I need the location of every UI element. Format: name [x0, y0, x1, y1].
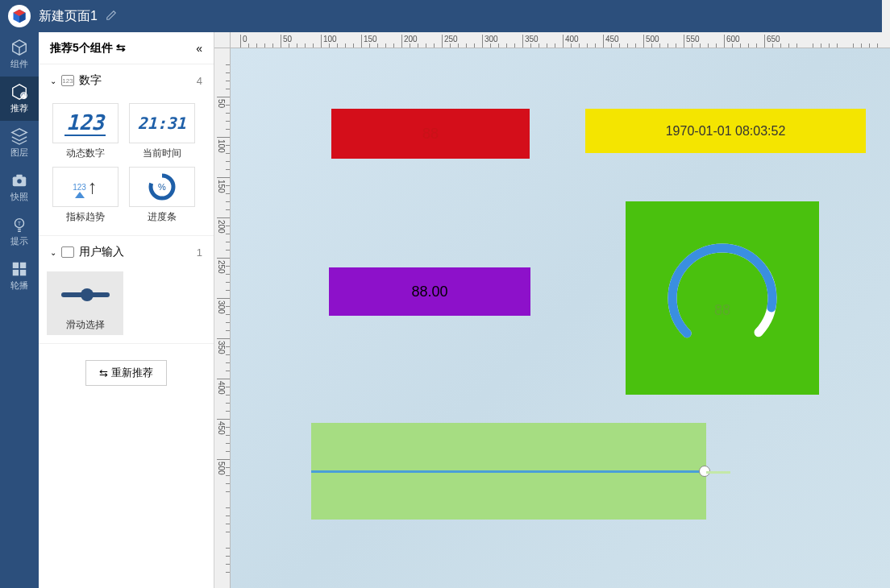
group-count: 4: [197, 75, 202, 87]
svg-text:AI: AI: [22, 94, 25, 98]
canvas-area: 050100150200250300350400450500550600650 …: [214, 32, 890, 588]
nav-label: 轮播: [10, 280, 28, 292]
comp-thumb: %: [129, 167, 195, 207]
svg-rect-9: [13, 270, 19, 275]
bulb-icon: T: [10, 216, 28, 234]
comp-label: 当前时间: [143, 147, 181, 160]
cube-logo-icon: [11, 8, 27, 24]
cube-icon: [10, 39, 28, 56]
group-user-input: ⌄ 用户输入 1 滑动选择: [39, 236, 214, 344]
app-logo: [8, 5, 31, 27]
comp-label: 指标趋势: [66, 210, 105, 224]
nav-layers[interactable]: 图层: [0, 121, 39, 165]
page-title: 新建页面1: [39, 8, 98, 25]
group-header[interactable]: ⌄ 用户输入 1: [39, 236, 214, 268]
nav-components[interactable]: 组件: [0, 32, 39, 77]
ruler-corner: [214, 32, 231, 48]
nav-carousel[interactable]: 轮播: [0, 254, 39, 298]
widget-slider[interactable]: [311, 423, 706, 520]
group-header[interactable]: ⌄ 123 数字 4: [39, 64, 214, 97]
comp-progress-bar[interactable]: % 进度条: [123, 164, 200, 227]
comp-thumb: [52, 275, 119, 315]
input-group-icon: [61, 246, 74, 258]
nav-label: 快照: [10, 191, 28, 203]
widget-value: 88.00: [411, 284, 447, 300]
digital-number-preview: 123: [64, 110, 106, 136]
widget-red-number[interactable]: 88: [331, 109, 530, 159]
comp-thumb: 21:31: [129, 103, 195, 143]
rerun-recommend-button[interactable]: ⇆ 重新推荐: [85, 360, 167, 386]
component-grid: 123 动态数字 21:31 当前时间 123 ↑ 指标趋势: [39, 97, 214, 235]
digital-time-preview: 21:31: [137, 114, 185, 133]
nav-label: 图层: [10, 147, 28, 159]
svg-rect-4: [16, 175, 22, 178]
svg-text:%: %: [158, 182, 166, 192]
group-title: 数字: [79, 73, 197, 88]
indicator-preview: 123 ↑: [73, 176, 98, 198]
comp-current-time[interactable]: 21:31 当前时间: [123, 100, 200, 164]
svg-point-14: [654, 230, 791, 366]
comp-thumb: 123: [52, 103, 119, 143]
rerun-label: 重新推荐: [111, 366, 153, 380]
widget-green-gauge[interactable]: 88: [626, 201, 819, 395]
svg-rect-8: [20, 263, 26, 268]
chevron-down-icon: ⌄: [50, 248, 56, 257]
group-count: 1: [197, 246, 202, 259]
slider-extension: [706, 471, 730, 474]
chevron-down-icon: ⌄: [50, 77, 56, 85]
widget-purple-number[interactable]: 88.00: [329, 267, 530, 316]
left-nav: 组件 AI 推荐 图层 快照 T 提示 轮播: [0, 32, 39, 588]
component-panel: 推荐5个组件 ⇆ « ⌄ 123 数字 4 123 动态数字 21:31 当前时…: [39, 32, 214, 588]
comp-label: 滑动选择: [66, 318, 105, 332]
svg-text:T: T: [18, 221, 21, 226]
edit-title-icon[interactable]: [106, 10, 117, 23]
collapse-panel-icon[interactable]: «: [196, 42, 202, 55]
group-numbers: ⌄ 123 数字 4 123 动态数字 21:31 当前时间 123: [39, 64, 214, 236]
camera-icon: [10, 172, 28, 189]
component-grid: 滑动选择: [39, 268, 214, 343]
swap-icon: ⇆: [99, 367, 108, 379]
nav-recommend[interactable]: AI 推荐: [0, 77, 39, 121]
main-area: 组件 AI 推荐 图层 快照 T 提示 轮播 推荐5个组件 ⇆ «: [0, 32, 890, 588]
slider-preview: [61, 292, 110, 297]
number-group-icon: 123: [61, 75, 74, 86]
svg-rect-10: [20, 270, 26, 275]
gauge-value: 88: [714, 302, 730, 319]
design-canvas[interactable]: 88 1970-01-01 08:03:52 88.00 88: [231, 48, 890, 588]
widget-value: 1970-01-01 08:03:52: [666, 124, 786, 139]
comp-label: 进度条: [148, 210, 177, 224]
nav-tips[interactable]: T 提示: [0, 209, 39, 254]
horizontal-ruler: 050100150200250300350400450500550600650: [231, 32, 890, 48]
gauge-ring: [654, 230, 791, 366]
progress-ring-icon: %: [148, 172, 177, 201]
nav-label: 组件: [10, 58, 28, 70]
group-title: 用户输入: [79, 245, 197, 259]
ai-cube-icon: AI: [10, 83, 28, 101]
windows-icon: [10, 260, 28, 278]
comp-dynamic-number[interactable]: 123 动态数字: [47, 100, 123, 164]
nav-snapshot[interactable]: 快照: [0, 165, 39, 209]
layers-icon: [10, 127, 28, 145]
svg-rect-7: [13, 263, 19, 268]
slider-track[interactable]: [311, 470, 706, 473]
vertical-ruler: 50100150200250300350400450500: [214, 48, 231, 588]
nav-label: 推荐: [10, 102, 28, 114]
comp-indicator-trend[interactable]: 123 ↑ 指标趋势: [47, 164, 123, 227]
panel-header: 推荐5个组件 ⇆ «: [39, 32, 214, 64]
nav-label: 提示: [10, 235, 28, 247]
comp-thumb: 123 ↑: [52, 167, 119, 207]
app-header: 新建页面1: [0, 0, 890, 32]
comp-label: 动态数字: [66, 147, 105, 160]
panel-title: 推荐5个组件 ⇆: [50, 41, 126, 56]
svg-point-3: [17, 179, 22, 184]
widget-value: 88: [422, 126, 439, 143]
comp-slider-select[interactable]: 滑动选择: [47, 271, 123, 335]
widget-yellow-datetime[interactable]: 1970-01-01 08:03:52: [585, 109, 866, 153]
